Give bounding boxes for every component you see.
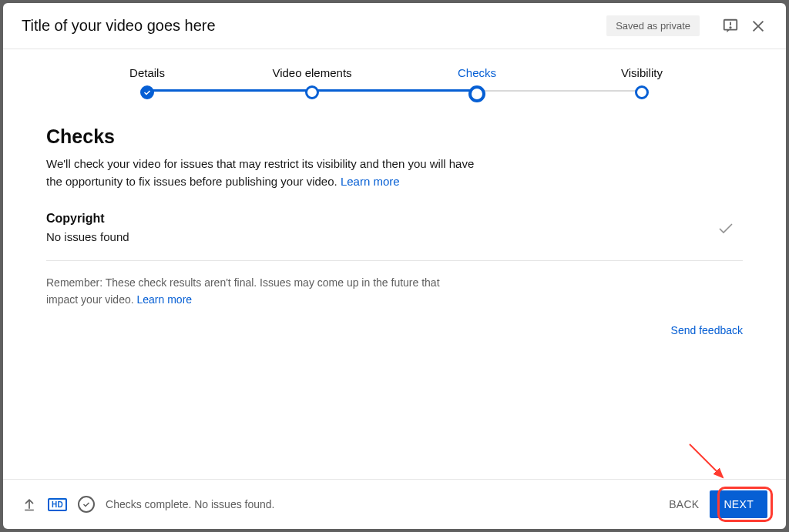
dialog-body: Checks We'll check your video for issues… — [3, 110, 786, 479]
stepper: Details Video elements Checks Visibility — [3, 49, 786, 110]
note-body: Remember: These check results aren't fin… — [46, 276, 440, 306]
step-dot-current-icon — [468, 85, 485, 102]
back-button[interactable]: BACK — [658, 490, 710, 518]
step-label: Video elements — [272, 66, 351, 79]
send-feedback-link[interactable]: Send feedback — [671, 324, 743, 336]
checks-complete-icon — [78, 496, 95, 513]
learn-more-link[interactable]: Learn more — [341, 175, 400, 188]
svg-point-2 — [730, 27, 730, 28]
upload-dialog: Title of your video goes here Saved as p… — [3, 3, 786, 529]
step-label: Visibility — [621, 66, 663, 79]
feedback-row: Send feedback — [46, 323, 743, 337]
section-title: Checks — [46, 125, 743, 148]
step-label: Details — [129, 66, 165, 79]
dialog-header: Title of your video goes here Saved as p… — [3, 3, 786, 49]
upload-icon[interactable] — [22, 497, 37, 512]
footer-status-text: Checks complete. No issues found. — [106, 498, 274, 510]
description-text: We'll check your video for issues that m… — [46, 157, 474, 188]
note-learn-more-link[interactable]: Learn more — [137, 293, 193, 306]
divider — [46, 260, 743, 261]
video-title: Title of your video goes here — [22, 17, 606, 35]
step-details[interactable]: Details — [65, 66, 230, 99]
hd-badge: HD — [48, 498, 67, 511]
note-text: Remember: These check results aren't fin… — [46, 275, 462, 308]
step-dot-icon — [305, 85, 319, 99]
section-description: We'll check your video for issues that m… — [46, 156, 478, 190]
dialog-footer: HD Checks complete. No issues found. BAC… — [3, 479, 786, 529]
close-icon[interactable] — [749, 17, 767, 35]
next-button[interactable]: NEXT — [710, 490, 767, 518]
step-dot-icon — [635, 85, 649, 99]
step-dot-complete-icon — [140, 85, 154, 99]
check-pass-icon — [717, 219, 735, 241]
feedback-icon[interactable] — [721, 17, 740, 35]
step-video-elements[interactable]: Video elements — [230, 66, 394, 99]
copyright-section: Copyright No issues found — [46, 212, 743, 243]
footer-status: HD Checks complete. No issues found. — [22, 496, 275, 513]
save-status-badge: Saved as private — [606, 15, 700, 36]
copyright-title: Copyright — [46, 212, 717, 226]
step-checks[interactable]: Checks — [394, 66, 559, 102]
step-label: Checks — [458, 66, 496, 79]
copyright-status: No issues found — [46, 230, 717, 243]
step-visibility[interactable]: Visibility — [559, 66, 724, 99]
